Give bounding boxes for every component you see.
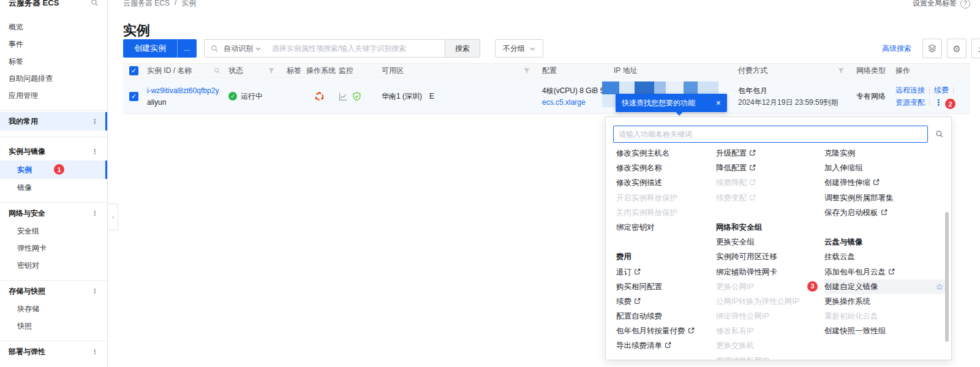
menu-item-绑定辅助弹性网卡[interactable]: 绑定辅助弹性网卡 [716,265,821,279]
menu-item-修改实例主机名[interactable]: 修改实例主机名 [616,146,714,161]
col-header-zone: 可用区 [375,64,535,78]
remote-connect-link[interactable]: 远程连接 [895,86,925,94]
sidebar-item-应用管理[interactable]: 应用管理 [0,87,107,104]
popup-search-row [613,126,944,143]
create-more-button[interactable]: ... [177,39,197,58]
group-by-select[interactable]: 不分组 [495,39,543,58]
sidebar-section-实例与镜像[interactable]: 实例与镜像⋮ [0,142,107,161]
function-search-input[interactable] [613,126,928,143]
menu-item-挂载云盘[interactable]: 挂载云盘 [824,249,947,264]
sidebar-section-部署与弹性[interactable]: 部署与弹性⋮ [0,342,107,361]
sidebar-item-标签[interactable]: 标签 [0,53,107,70]
col-header-monitor: 监控 [336,64,375,78]
divider [0,202,107,203]
search-icon[interactable] [935,130,944,138]
row-checkbox[interactable] [129,92,138,101]
menu-item-包年包月转按量付费[interactable]: 包年包月转按量付费 [616,323,714,338]
column-search-icon[interactable] [214,67,221,74]
menu-item-修改实例名称[interactable]: 修改实例名称 [616,161,714,175]
gear-icon[interactable]: ⚙ [947,39,967,58]
global-tag-setting[interactable]: 设置全局标签 ? [913,0,970,9]
sidebar-item-安全组[interactable]: 安全组 [0,222,107,240]
menu-item-添加包年包月云盘[interactable]: 添加包年包月云盘 [824,265,947,279]
advanced-search-link[interactable]: 高级搜索 [882,44,911,54]
sidebar-item-密钥对[interactable]: 密钥对 [0,257,107,274]
renew-link[interactable]: 续费 [934,86,949,94]
help-icon[interactable]: ? [960,0,970,9]
more-actions-icon[interactable]: ⋮ [934,97,943,107]
search-mode-select[interactable]: 自动识别 [224,44,253,54]
sidebar-item-镜像[interactable]: 镜像 [0,179,107,196]
star-icon[interactable]: ☆ [935,279,943,294]
more-dots-icon[interactable]: ⋮ [91,142,99,161]
menu-item-公网IP转换为弹性公网IP: 公网IP转换为弹性公网IP [716,294,821,309]
layers-icon[interactable] [922,39,942,58]
menu-item-开启实例释放保护: 开启实例释放保护 [616,191,714,205]
breadcrumb-root[interactable]: 云服务器 ECS [123,0,170,9]
sidebar-item-自助问题排查[interactable]: 自助问题排查 [0,70,107,87]
menu-item-配置自动续费[interactable]: 配置自动续费 [616,309,714,323]
more-dots-icon[interactable]: ⋮ [91,282,99,300]
download-icon[interactable] [971,39,980,58]
filter-icon[interactable] [268,68,274,74]
instance-row[interactable]: i-wz9itival8zt60qfbp2y aliyun 运行中 华南1 (深… [123,79,970,114]
pay-expire: 2024年12月19日 23:59:59到期 [738,97,838,107]
shield-check-icon[interactable] [352,92,361,101]
menu-item-绑定密钥对[interactable]: 绑定密钥对 [616,220,714,235]
divider [0,137,107,137]
actions-popup: 修改实例主机名修改实例名称修改实例描述开启实例释放保护关闭实例释放保护绑定密钥对… [605,116,952,360]
menu-item-更换操作系统[interactable]: 更换操作系统 [824,294,947,309]
menu-item-降低配置[interactable]: 降低配置 [716,161,821,175]
monitor-cell [336,79,375,113]
sidebar: 云服务器 ECS 概览事件标签自助问题排查应用管理我的常用⋮实例与镜像⋮实例1镜… [0,0,108,367]
more-dots-icon[interactable]: ⋮ [91,112,99,131]
menu-item-更换安全组[interactable]: 更换安全组 [716,235,821,249]
create-instance-button[interactable]: 创建实例 [123,39,177,58]
menu-item-购买相同配置[interactable]: 购买相同配置 [616,279,714,294]
menu-item-调整实例所属部署集[interactable]: 调整实例所属部署集 [824,191,947,205]
instance-search-box[interactable]: 自动识别 选择实例属性项搜索/输入关键字识别搜索 [204,39,445,58]
menu-item-创建弹性伸缩[interactable]: 创建弹性伸缩 [824,175,947,190]
filter-icon[interactable] [838,68,844,74]
popup-scrollbar[interactable] [945,212,949,342]
external-link-icon [665,342,671,349]
search-icon[interactable] [91,0,99,9]
search-button[interactable]: 搜索 [445,39,480,58]
menu-item-创建快照一致性组[interactable]: 创建快照一致性组 [824,323,947,338]
sidebar-section-存储与快照[interactable]: 存储与快照⋮ [0,282,107,300]
sidebar-item-块存储[interactable]: 块存储 [0,300,107,317]
sidebar-item-弹性网卡[interactable]: 弹性网卡 [0,240,107,257]
sidebar-item-事件[interactable]: 事件 [0,36,107,53]
menu-item-更换交换机: 更换交换机 [716,338,821,353]
resource-change-link[interactable]: 资源变配 [895,97,925,107]
sidebar-item-快照[interactable]: 快照 [0,317,107,335]
actions-cell: 远程连接|续费| 资源变配|⋮2 [889,79,970,113]
menu-item-导出续费清单[interactable]: 导出续费清单 [616,338,714,353]
sidebar-title: 云服务器 ECS [9,0,59,9]
more-dots-icon[interactable]: ⋮ [91,342,99,361]
menu-item-退订[interactable]: 退订 [616,265,714,279]
menu-item-修改实例描述[interactable]: 修改实例描述 [616,175,714,190]
menu-item-保存为启动模板[interactable]: 保存为启动模板 [824,205,947,220]
filter-icon[interactable] [524,68,530,74]
close-icon[interactable]: × [716,99,721,107]
instance-type-link[interactable]: ecs.c5.xlarge [542,97,586,107]
sidebar-item-实例[interactable]: 实例1 [0,161,107,179]
menu-item-加入伸缩组[interactable]: 加入伸缩组 [824,161,947,175]
more-dots-icon[interactable]: ⋮ [91,204,99,222]
menu-item-续费[interactable]: 续费 [616,294,714,309]
header-checkbox-cell [123,64,147,78]
menu-item-续费变配: 续费变配 [716,191,821,205]
menu-item-克隆实例[interactable]: 克隆实例 [824,146,947,161]
sidebar-section-网络与安全[interactable]: 网络与安全⋮ [0,204,107,222]
menu-item-实例跨可用区迁移[interactable]: 实例跨可用区迁移 [716,249,821,264]
instance-id-link[interactable]: i-wz9itival8zt60qfbp2y [147,86,219,96]
sidebar-collapse-handle[interactable]: ‹ [108,203,118,230]
menu-item-升级配置[interactable]: 升级配置 [716,146,821,161]
menu-group-header-费用: 费用 [616,249,714,264]
select-all-checkbox[interactable] [129,66,138,75]
sidebar-item-概览[interactable]: 概览 [0,18,107,36]
menu-item-创建自定义镜像[interactable]: 3创建自定义镜像☆ [824,279,947,294]
chart-icon[interactable] [339,92,348,101]
sidebar-section-我的常用[interactable]: 我的常用⋮ [0,112,107,131]
